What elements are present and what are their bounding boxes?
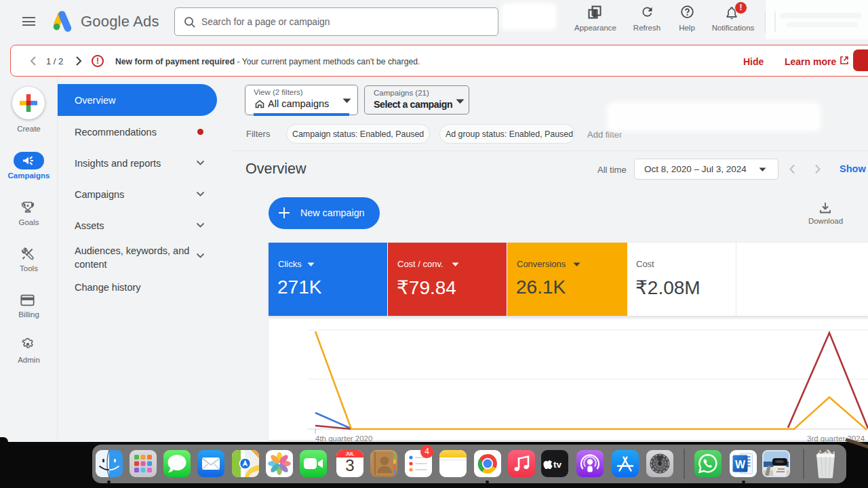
svg-text:tv: tv <box>553 460 561 470</box>
svg-text:W: W <box>735 459 746 470</box>
